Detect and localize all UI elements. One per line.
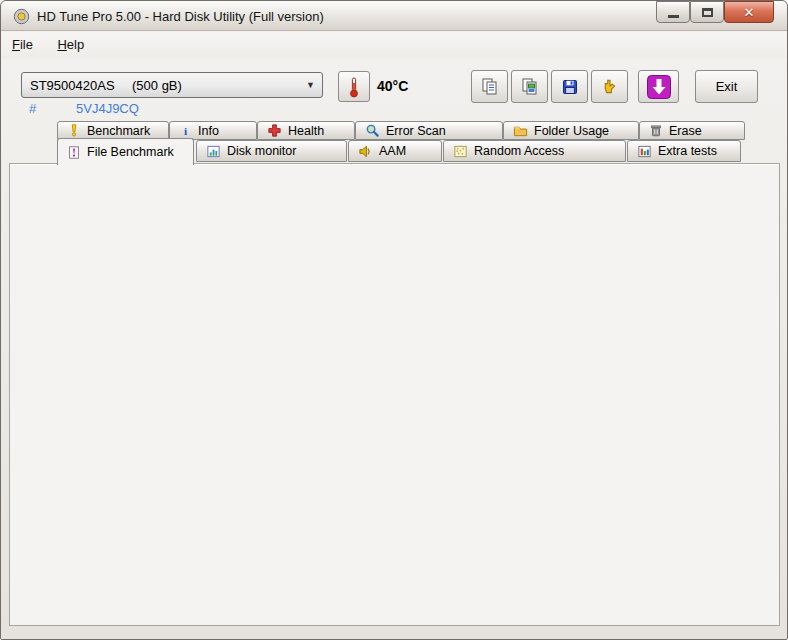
- tab-file-benchmark[interactable]: File Benchmark: [57, 138, 194, 165]
- temperature-button[interactable]: [338, 71, 370, 102]
- file-benchmark-icon: [67, 145, 81, 160]
- info-icon: i: [179, 123, 192, 138]
- minimize-button[interactable]: [656, 1, 690, 23]
- title-bar[interactable]: HD Tune Pro 5.00 - Hard Disk Utility (Fu…: [1, 1, 787, 31]
- drive-model: ST9500420AS: [30, 78, 115, 93]
- health-cross-icon: [267, 123, 282, 138]
- drive-select-combo[interactable]: ST9500420AS (500 gB) ▼: [21, 72, 323, 98]
- update-button[interactable]: [638, 70, 679, 103]
- menu-bar: File Help: [2, 32, 788, 58]
- tab-error-scan-label: Error Scan: [386, 124, 446, 138]
- pointer-hand-icon: [601, 78, 619, 96]
- svg-text:i: i: [184, 125, 187, 137]
- file-benchmark-page: [9, 163, 780, 626]
- save-icon: [561, 78, 579, 96]
- benchmark-icon: [67, 123, 81, 138]
- tab-folder-usage-label: Folder Usage: [534, 124, 609, 138]
- copy-image-icon: [520, 77, 539, 96]
- menu-file[interactable]: File: [2, 32, 43, 57]
- minimize-icon: [668, 15, 679, 18]
- tab-aam[interactable]: AAM: [348, 140, 442, 162]
- tab-error-scan[interactable]: Error Scan: [355, 121, 503, 140]
- close-button[interactable]: ✕: [724, 1, 774, 23]
- tab-info-label: Info: [198, 124, 219, 138]
- temperature-value: 40°C: [377, 78, 408, 94]
- tab-folder-usage[interactable]: Folder Usage: [503, 121, 639, 140]
- serial-number: 5VJ4J9CQ: [76, 101, 139, 116]
- serial-hash: #: [29, 101, 36, 116]
- maximize-icon: [702, 8, 713, 17]
- extra-tests-icon: [637, 144, 652, 159]
- maximize-button[interactable]: [690, 1, 724, 23]
- window-title: HD Tune Pro 5.00 - Hard Disk Utility (Fu…: [37, 9, 324, 24]
- drive-size: (500 gB): [132, 78, 182, 93]
- tab-erase-label: Erase: [669, 124, 702, 138]
- tab-health[interactable]: Health: [257, 121, 355, 140]
- disk-monitor-icon: [206, 144, 221, 159]
- tab-extra-tests[interactable]: Extra tests: [627, 140, 741, 162]
- exit-button[interactable]: Exit: [695, 70, 758, 103]
- tab-benchmark-label: Benchmark: [87, 124, 150, 138]
- tab-extra-tests-label: Extra tests: [658, 144, 717, 158]
- trash-icon: [649, 123, 663, 138]
- tab-file-benchmark-label: File Benchmark: [87, 145, 174, 159]
- tab-disk-monitor-label: Disk monitor: [227, 144, 296, 158]
- magnifier-icon: [365, 123, 380, 138]
- tab-random-access-label: Random Access: [474, 144, 564, 158]
- random-access-icon: [453, 144, 468, 159]
- app-window: HD Tune Pro 5.00 - Hard Disk Utility (Fu…: [0, 0, 788, 640]
- app-icon: [13, 8, 30, 25]
- tab-disk-monitor[interactable]: Disk monitor: [196, 140, 347, 162]
- tab-random-access[interactable]: Random Access: [443, 140, 626, 162]
- speaker-icon: [358, 144, 373, 159]
- exit-label: Exit: [716, 79, 738, 94]
- close-icon: ✕: [744, 5, 755, 20]
- copy-image-button[interactable]: [511, 70, 548, 103]
- folder-icon: [513, 123, 528, 138]
- menu-help[interactable]: Help: [47, 32, 94, 57]
- copy-text-button[interactable]: [471, 70, 508, 103]
- tab-erase[interactable]: Erase: [639, 121, 745, 140]
- download-arrow-icon: [646, 74, 672, 100]
- tab-health-label: Health: [288, 124, 324, 138]
- thermometer-icon: [347, 76, 361, 98]
- chevron-down-icon: ▼: [306, 80, 315, 90]
- copy-text-icon: [480, 77, 499, 96]
- save-button[interactable]: [551, 70, 588, 103]
- tab-aam-label: AAM: [379, 144, 406, 158]
- options-button[interactable]: [591, 70, 628, 103]
